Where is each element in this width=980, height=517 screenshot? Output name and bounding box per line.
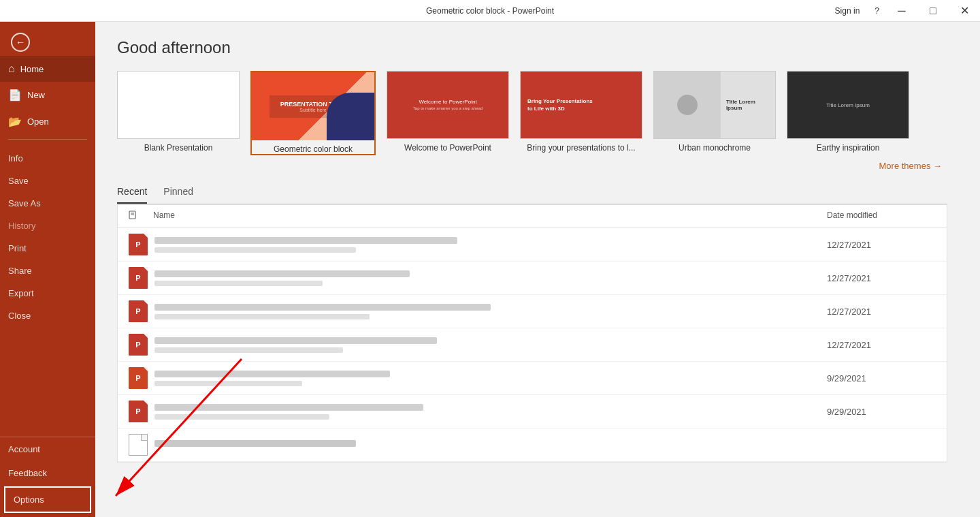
sign-in-button[interactable]: Sign in xyxy=(827,6,868,16)
file-name-block xyxy=(154,304,827,319)
home-icon: ⌂ xyxy=(8,63,15,75)
greeting: Good afternoon xyxy=(117,38,947,57)
file-name-bar xyxy=(154,404,423,411)
file-row[interactable]: P 9/29/2021 xyxy=(118,395,947,428)
sidebar-item-save-as[interactable]: Save As xyxy=(0,189,95,211)
template-earthy[interactable]: Title Lorem Ipsum Earthy inspiration xyxy=(787,71,909,153)
file-name-bar2 xyxy=(154,314,370,319)
file-name-bar xyxy=(154,304,491,311)
minimize-button[interactable]: ─ xyxy=(886,0,917,22)
titlebar: Geometric color block - PowerPoint Sign … xyxy=(0,0,980,22)
header-icon-col xyxy=(129,210,153,222)
file-name-block xyxy=(154,337,827,353)
maximize-button[interactable]: □ xyxy=(917,0,949,22)
back-button[interactable]: ← xyxy=(7,29,34,56)
template-geometric[interactable]: PRESENTATION TITLE Subtitle here Geometr… xyxy=(250,71,376,155)
file-name-bar xyxy=(154,371,390,377)
app-container: ← ⌂ Home 📄 New 📂 Open Info Save Save As … xyxy=(0,22,980,517)
sidebar-item-save[interactable]: Save xyxy=(0,166,95,189)
sidebar-open-label: Open xyxy=(27,116,49,127)
sidebar-item-open[interactable]: 📂 Open xyxy=(0,108,95,135)
file-name-bar2 xyxy=(154,381,302,386)
file-header-icon xyxy=(129,210,138,220)
sidebar-item-history[interactable]: History xyxy=(0,211,95,234)
file-name-bar xyxy=(154,337,437,344)
file-name-bar xyxy=(154,270,410,277)
titlebar-controls: Sign in ? ─ □ ✕ xyxy=(827,0,980,22)
file-date: 12/27/2021 xyxy=(827,340,936,350)
tabs-row: Recent Pinned xyxy=(117,182,947,204)
ppt-icon: P xyxy=(129,300,148,322)
tab-pinned[interactable]: Pinned xyxy=(163,182,193,204)
sidebar-home-label: Home xyxy=(20,64,44,74)
urban-left xyxy=(654,72,721,138)
template-thumb-welcome: Welcome to PowerPointTap to make smarter… xyxy=(387,71,509,139)
sidebar-item-share[interactable]: Share xyxy=(0,256,95,279)
template-bring[interactable]: Bring Your Presentationsto Life with 3D … xyxy=(520,71,642,153)
sidebar-bottom: Account Feedback Options xyxy=(0,437,95,517)
file-name-bar2 xyxy=(154,281,323,286)
template-blank[interactable]: Blank Presentation xyxy=(117,71,240,153)
close-button[interactable]: ✕ xyxy=(949,0,980,22)
main-content: Good afternoon Blank Presentation PRESEN… xyxy=(95,22,980,517)
file-name-bar xyxy=(154,440,356,447)
sidebar-item-new[interactable]: 📄 New xyxy=(0,82,95,108)
file-name-block xyxy=(154,237,827,253)
template-label-blank: Blank Presentation xyxy=(144,143,213,153)
template-label-urban: Urban monochrome xyxy=(679,143,751,153)
welcome-text: Welcome to PowerPointTap to make smarter… xyxy=(413,99,483,111)
template-label-bring: Bring your presentations to l... xyxy=(527,143,635,153)
open-icon: 📂 xyxy=(8,115,22,128)
sidebar-item-print[interactable]: Print xyxy=(0,234,95,256)
template-thumb-urban: Title LoremIpsum xyxy=(653,71,776,139)
sidebar-item-home[interactable]: ⌂ Home xyxy=(0,56,95,82)
ppt-icon: P xyxy=(129,267,148,289)
sidebar-item-info[interactable]: Info xyxy=(0,144,95,166)
urban-content: Title LoremIpsum xyxy=(654,72,775,138)
sidebar-item-close[interactable]: Close xyxy=(0,301,95,324)
template-thumb-blank xyxy=(117,71,240,139)
tab-recent[interactable]: Recent xyxy=(117,182,147,204)
file-row[interactable]: P 12/27/2021 xyxy=(118,262,947,295)
sidebar-divider-1 xyxy=(8,139,87,140)
template-label-welcome: Welcome to PowerPoint xyxy=(404,143,491,153)
ppt-icon: P xyxy=(129,234,148,255)
file-name-bar2 xyxy=(154,347,343,353)
file-row[interactable] xyxy=(118,428,947,462)
sidebar-item-feedback[interactable]: Feedback xyxy=(0,461,95,485)
file-list: Name Date modified P 12/27/2021 P 12/27/… xyxy=(117,204,947,463)
template-urban[interactable]: Title LoremIpsum Urban monochrome xyxy=(653,71,776,153)
templates-row: Blank Presentation PRESENTATION TITLE Su… xyxy=(117,71,947,155)
urban-chart xyxy=(677,95,698,115)
new-icon: 📄 xyxy=(8,89,22,101)
ppt-icon: P xyxy=(129,401,148,422)
more-themes-link[interactable]: More themes → xyxy=(117,161,947,171)
file-name-block xyxy=(154,371,827,386)
bring-title: Bring Your Presentationsto Life with 3D xyxy=(527,97,593,112)
sidebar-item-export[interactable]: Export xyxy=(0,279,95,301)
sidebar-new-label: New xyxy=(27,90,45,100)
titlebar-title: Geometric color block - PowerPoint xyxy=(426,6,554,16)
file-row[interactable]: P 9/29/2021 xyxy=(118,362,947,395)
ppt-icon: P xyxy=(129,367,148,389)
template-thumb-bring: Bring Your Presentationsto Life with 3D xyxy=(520,71,642,139)
help-button[interactable]: ? xyxy=(868,6,886,16)
sidebar-item-options[interactable]: Options xyxy=(4,486,91,513)
template-thumb-earthy: Title Lorem Ipsum xyxy=(787,71,909,139)
blank-file-icon xyxy=(129,434,148,456)
file-row[interactable]: P 12/27/2021 xyxy=(118,295,947,328)
file-name-bar2 xyxy=(154,247,356,253)
file-row[interactable]: P 12/27/2021 xyxy=(118,228,947,262)
sidebar-top: ← ⌂ Home 📄 New 📂 Open Info Save Save As … xyxy=(0,22,95,437)
template-welcome[interactable]: Welcome to PowerPointTap to make smarter… xyxy=(387,71,509,153)
template-thumb-geometric: PRESENTATION TITLE Subtitle here xyxy=(252,72,374,140)
file-row[interactable]: P 12/27/2021 xyxy=(118,328,947,362)
file-name-bar xyxy=(154,237,457,244)
ppt-icon: P xyxy=(129,334,148,356)
sidebar-item-account[interactable]: Account xyxy=(0,437,95,461)
file-name-bar2 xyxy=(154,414,329,420)
file-date: 9/29/2021 xyxy=(827,373,936,383)
file-date: 12/27/2021 xyxy=(827,240,936,250)
file-date: 9/29/2021 xyxy=(827,407,936,417)
urban-right: Title LoremIpsum xyxy=(721,72,775,138)
